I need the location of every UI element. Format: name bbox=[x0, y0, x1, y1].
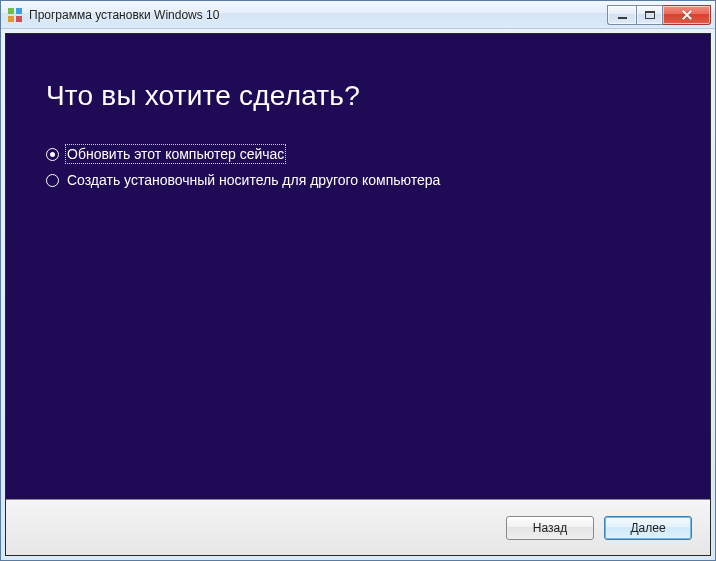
option-label: Обновить этот компьютер сейчас bbox=[67, 146, 284, 162]
main-content: Что вы хотите сделать? Обновить этот ком… bbox=[6, 34, 710, 499]
close-icon bbox=[681, 10, 693, 20]
option-upgrade-now[interactable]: Обновить этот компьютер сейчас bbox=[46, 146, 670, 162]
next-button[interactable]: Далее bbox=[604, 516, 692, 540]
close-button[interactable] bbox=[663, 5, 711, 25]
maximize-icon bbox=[645, 11, 655, 19]
app-icon bbox=[7, 7, 23, 23]
window-title: Программа установки Windows 10 bbox=[29, 8, 607, 22]
svg-rect-2 bbox=[8, 16, 14, 22]
minimize-button[interactable] bbox=[607, 5, 636, 25]
svg-rect-0 bbox=[8, 8, 14, 14]
content-frame: Что вы хотите сделать? Обновить этот ком… bbox=[5, 33, 711, 556]
back-button[interactable]: Назад bbox=[506, 516, 594, 540]
radio-icon bbox=[46, 148, 59, 161]
option-create-media[interactable]: Создать установочный носитель для другог… bbox=[46, 172, 670, 188]
window-controls bbox=[607, 5, 711, 25]
maximize-button[interactable] bbox=[636, 5, 663, 25]
titlebar[interactable]: Программа установки Windows 10 bbox=[1, 1, 715, 29]
page-title: Что вы хотите сделать? bbox=[46, 80, 670, 112]
svg-rect-3 bbox=[16, 16, 22, 22]
option-label: Создать установочный носитель для другог… bbox=[67, 172, 440, 188]
svg-rect-1 bbox=[16, 8, 22, 14]
window-frame: Программа установки Windows 10 Что вы хо… bbox=[0, 0, 716, 561]
footer-bar: Назад Далее bbox=[6, 499, 710, 555]
radio-icon bbox=[46, 174, 59, 187]
minimize-icon bbox=[618, 17, 627, 19]
options-group: Обновить этот компьютер сейчас Создать у… bbox=[46, 146, 670, 188]
